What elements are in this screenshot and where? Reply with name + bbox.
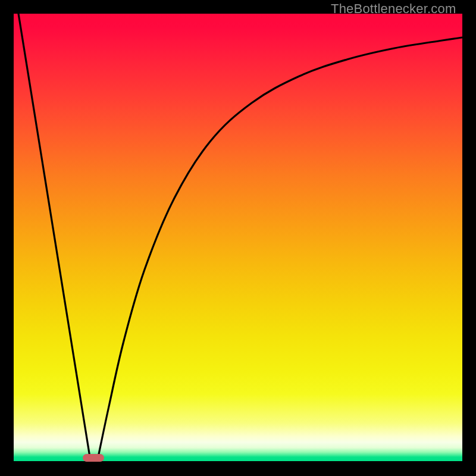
target-marker [83,454,104,462]
series-left-descent [18,14,90,457]
series-right-curve [98,37,462,457]
watermark-text: TheBottlenecker.com [331,1,456,17]
chart-lines [14,14,462,461]
plot-area [14,14,462,461]
chart-frame: TheBottlenecker.com [0,0,476,476]
